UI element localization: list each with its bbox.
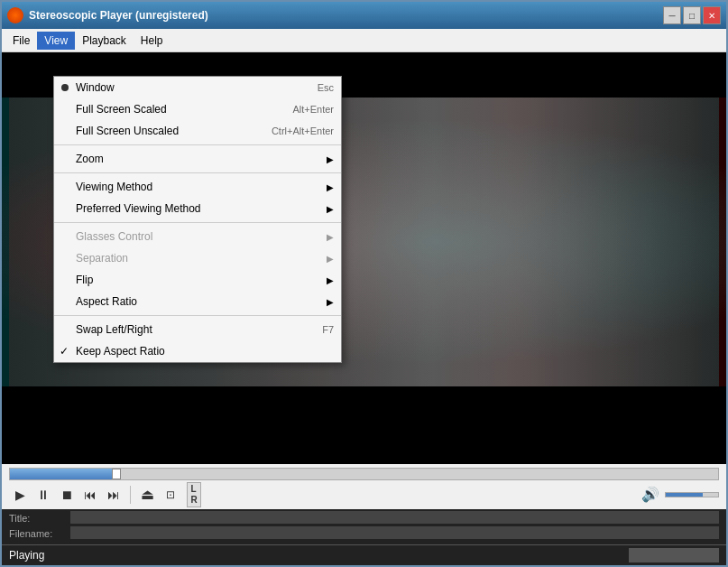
filename-row: Filename:	[9, 526, 719, 543]
lr-badge: LR	[187, 482, 200, 507]
view-dropdown-menu: Window Esc Full Screen Scaled Alt+Enter …	[53, 76, 342, 363]
menu-item-fullscreen-scaled[interactable]: Full Screen Scaled Alt+Enter	[54, 98, 341, 120]
volume-icon[interactable]: 🔊	[640, 484, 661, 506]
title-bar-left: Stereoscopic Player (unregistered)	[7, 7, 208, 23]
menu-help[interactable]: Help	[134, 32, 170, 50]
separator-4	[54, 315, 341, 316]
menu-view[interactable]: View	[37, 32, 75, 50]
status-text: Playing	[9, 549, 44, 562]
menu-item-swap-lr-shortcut: F7	[322, 324, 334, 335]
glasses-control-submenu-arrow: ▶	[327, 232, 334, 242]
next-chapter-button[interactable]: ⏭	[103, 484, 124, 506]
menu-bar: File View Playback Help	[2, 29, 726, 52]
title-row: Title:	[9, 511, 719, 527]
status-bar: Playing	[2, 544, 726, 565]
menu-item-viewing-method-label: Viewing Method	[76, 181, 319, 193]
menu-item-glasses-control: Glasses Control ▶	[54, 226, 341, 247]
menu-item-window-label: Window	[76, 81, 303, 94]
subtitle-button[interactable]: ⊡	[160, 484, 181, 506]
menu-item-swap-lr[interactable]: Swap Left/Right F7	[54, 319, 341, 340]
menu-item-flip[interactable]: Flip ▶	[54, 269, 341, 291]
video-area: Window Esc Full Screen Scaled Alt+Enter …	[2, 52, 726, 464]
menu-file[interactable]: File	[5, 32, 37, 50]
menu-item-fullscreen-unscaled[interactable]: Full Screen Unscaled Ctrl+Alt+Enter	[54, 120, 341, 142]
info-bar: Title: Filename:	[2, 509, 726, 544]
close-button[interactable]: ✕	[703, 6, 721, 24]
separation-submenu-arrow: ▶	[327, 254, 334, 264]
menu-item-window-shortcut: Esc	[318, 82, 334, 93]
menu-item-window[interactable]: Window Esc	[54, 77, 341, 98]
menu-item-fullscreen-unscaled-label: Full Screen Unscaled	[76, 125, 257, 137]
menu-item-preferred-viewing-method-label: Preferred Viewing Method	[76, 202, 319, 215]
menu-item-preferred-viewing-method[interactable]: Preferred Viewing Method ▶	[54, 198, 341, 219]
seek-bar[interactable]	[9, 468, 719, 480]
menu-item-fullscreen-scaled-shortcut: Alt+Enter	[292, 104, 334, 115]
menu-item-separation: Separation ▶	[54, 247, 341, 269]
menu-item-zoom-label: Zoom	[76, 153, 319, 165]
separator-3	[54, 222, 341, 223]
title-bar-buttons: ─ □ ✕	[663, 6, 721, 24]
controls-row: ▶ ⏸ ⏹ ⏮ ⏭ ⏏ ⊡ LR 🔊	[2, 482, 726, 509]
menu-item-aspect-ratio[interactable]: Aspect Ratio ▶	[54, 291, 341, 312]
menu-item-flip-label: Flip	[76, 274, 319, 286]
prev-chapter-button[interactable]: ⏮	[79, 484, 101, 506]
preferred-viewing-method-submenu-arrow: ▶	[327, 204, 334, 214]
window-title: Stereoscopic Player (unregistered)	[29, 9, 208, 22]
play-button[interactable]: ▶	[9, 484, 31, 506]
menu-item-keep-aspect-ratio-label: Keep Aspect Ratio	[76, 345, 334, 358]
menu-item-viewing-method[interactable]: Viewing Method ▶	[54, 176, 341, 198]
menu-item-fullscreen-scaled-label: Full Screen Scaled	[76, 103, 278, 116]
seek-thumb[interactable]	[112, 469, 121, 479]
keep-aspect-ratio-check: ✓	[60, 345, 69, 358]
separator-1	[54, 144, 341, 145]
maximize-button[interactable]: □	[683, 6, 701, 24]
black-bar-bottom	[2, 410, 726, 464]
controls-separator-1	[130, 486, 131, 504]
app-icon	[7, 7, 23, 23]
filename-label: Filename:	[9, 526, 63, 543]
volume-area: 🔊	[640, 484, 719, 506]
separator-2	[54, 172, 341, 173]
seek-bar-container	[2, 464, 726, 482]
minimize-button[interactable]: ─	[663, 6, 681, 24]
flip-submenu-arrow: ▶	[327, 275, 334, 285]
app-window: Stereoscopic Player (unregistered) ─ □ ✕…	[0, 0, 728, 567]
menu-item-glasses-control-label: Glasses Control	[76, 230, 319, 243]
status-right-area	[629, 548, 719, 562]
menu-item-keep-aspect-ratio[interactable]: ✓ Keep Aspect Ratio	[54, 340, 341, 362]
lr-mode-button[interactable]: LR	[183, 484, 205, 506]
bullet-mark	[61, 84, 69, 91]
main-content: Window Esc Full Screen Scaled Alt+Enter …	[2, 52, 726, 464]
volume-filled	[666, 493, 703, 497]
pause-button[interactable]: ⏸	[32, 484, 54, 506]
title-label: Title:	[9, 511, 63, 527]
zoom-submenu-arrow: ▶	[327, 154, 334, 164]
bottom-area: ▶ ⏸ ⏹ ⏮ ⏭ ⏏ ⊡ LR 🔊 Title:	[2, 464, 726, 565]
seek-filled	[10, 469, 116, 479]
menu-item-fullscreen-unscaled-shortcut: Ctrl+Alt+Enter	[272, 125, 334, 136]
title-value	[70, 511, 719, 524]
viewing-method-submenu-arrow: ▶	[327, 182, 334, 192]
menu-item-zoom[interactable]: Zoom ▶	[54, 148, 341, 170]
aspect-ratio-submenu-arrow: ▶	[327, 297, 334, 307]
menu-item-aspect-ratio-label: Aspect Ratio	[76, 295, 319, 308]
menu-playback[interactable]: Playback	[75, 32, 134, 50]
title-bar: Stereoscopic Player (unregistered) ─ □ ✕	[2, 2, 726, 29]
volume-slider[interactable]	[665, 492, 719, 497]
filename-value	[70, 526, 719, 539]
menu-item-swap-lr-label: Swap Left/Right	[76, 323, 308, 336]
eject-button[interactable]: ⏏	[136, 484, 158, 506]
menu-item-separation-label: Separation	[76, 252, 319, 265]
stop-button[interactable]: ⏹	[56, 484, 78, 506]
